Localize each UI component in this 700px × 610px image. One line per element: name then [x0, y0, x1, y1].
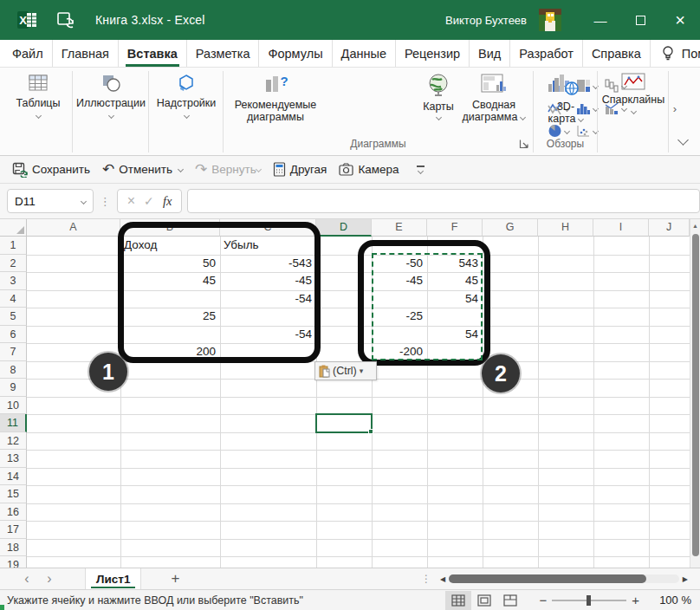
minimize-button[interactable]: — [580, 0, 620, 40]
cancel-icon[interactable]: × [127, 193, 135, 209]
addins-button[interactable]: Надстройки [152, 73, 220, 118]
scroll-right-icon[interactable]: ▶ [683, 575, 688, 583]
redo-button[interactable]: ↷ Вернуть [195, 160, 261, 178]
column-header-A[interactable]: A [27, 219, 120, 237]
name-box[interactable]: D11 [7, 189, 94, 213]
normal-view-button[interactable] [445, 591, 471, 610]
row-header-19[interactable]: 19 [0, 556, 27, 568]
selected-cell-D11[interactable] [315, 413, 373, 433]
menu-tab-Данные[interactable]: Данные [333, 40, 396, 67]
column-header-I[interactable]: I [593, 219, 649, 237]
page-break-view-button[interactable] [497, 591, 523, 610]
vertical-scroll-thumb[interactable] [692, 234, 699, 556]
paste-dropdown-icon: ▾ [360, 367, 364, 375]
zoom-slider-handle[interactable] [587, 595, 591, 606]
column-header-F[interactable]: F [427, 219, 483, 237]
autosave-sync-icon[interactable] [54, 9, 76, 31]
tables-button[interactable]: Таблицы [9, 73, 68, 118]
row-header-17[interactable]: 17 [0, 521, 27, 539]
row-header-16[interactable]: 16 [0, 503, 27, 522]
scroll-up-icon[interactable]: ▲ [690, 219, 700, 229]
sheetbar-splitter[interactable]: ⋮ [421, 573, 431, 585]
row-header-9[interactable]: 9 [0, 379, 27, 397]
user-name[interactable]: Виктор Бухтеев [445, 14, 527, 27]
row-header-7[interactable]: 7 [0, 343, 27, 361]
horizontal-scroll-track[interactable] [449, 574, 679, 583]
lightbulb-icon [661, 45, 675, 62]
tell-me-help[interactable]: Помощн [661, 40, 700, 67]
camera-button[interactable]: Камера [339, 163, 399, 176]
row-header-13[interactable]: 13 [0, 450, 27, 468]
zoom-slider[interactable] [552, 600, 626, 601]
next-sheet-button[interactable]: › [38, 571, 61, 587]
column-header-E[interactable]: E [372, 219, 427, 237]
user-avatar[interactable] [539, 9, 561, 31]
column-header-G[interactable]: G [483, 219, 538, 237]
row-header-12[interactable]: 12 [0, 432, 27, 451]
sparklines-expand-button[interactable]: › [669, 102, 681, 115]
insert-function-button[interactable]: fx [163, 194, 172, 209]
row-header-1[interactable]: 1 [0, 237, 27, 255]
charts-dialog-launcher-icon[interactable] [519, 139, 529, 149]
undo-button[interactable]: ↶ Отменить [102, 160, 183, 178]
paste-options-button[interactable]: (Ctrl) ▾ [314, 361, 377, 380]
row-header-15[interactable]: 15 [0, 485, 27, 503]
formula-input[interactable] [187, 189, 700, 213]
gridline [27, 556, 690, 557]
row-header-3[interactable]: 3 [0, 272, 27, 290]
add-sheet-button[interactable]: + [171, 570, 179, 587]
formula-bar-splitter[interactable]: ⋮ [100, 195, 111, 208]
column-header-D[interactable]: D [316, 219, 372, 237]
menu-tab-Разметка[interactable]: Разметка [187, 40, 260, 67]
zoom-out-button[interactable]: − [534, 593, 552, 607]
menu-tab-Вид[interactable]: Вид [470, 40, 510, 67]
row-header-4[interactable]: 4 [0, 290, 27, 308]
menu-tab-Справка[interactable]: Справка [583, 40, 651, 67]
row-header-8[interactable]: 8 [0, 361, 27, 380]
save-button[interactable]: Сохранить [12, 162, 90, 178]
chevron-down-icon[interactable] [178, 166, 184, 172]
enter-icon[interactable]: ✓ [144, 194, 154, 208]
horizontal-scrollbar[interactable]: ◀ ▶ [440, 574, 688, 583]
row-header-11[interactable]: 11 [0, 414, 27, 432]
sheet-tab-list1[interactable]: Лист1 [85, 568, 141, 589]
pivot-chart-button[interactable]: Сводная диаграмма [463, 73, 525, 123]
sparklines-button[interactable]: Спарклайны [600, 73, 666, 114]
menu-tab-Формулы[interactable]: Формулы [259, 40, 332, 67]
prev-sheet-button[interactable]: ‹ [16, 571, 38, 587]
column-header-J[interactable]: J [649, 219, 690, 237]
row-header-14[interactable]: 14 [0, 468, 27, 486]
scroll-left-icon[interactable]: ◀ [440, 575, 445, 583]
page-layout-view-button[interactable] [471, 591, 497, 610]
menu-tab-Вставка[interactable]: Вставка [119, 40, 187, 67]
maps-button[interactable]: Карты [414, 73, 463, 120]
vertical-scrollbar[interactable]: ▲ [690, 219, 700, 568]
fill-handle[interactable] [368, 429, 373, 434]
qat-more-commands-button[interactable] [417, 165, 425, 173]
select-all-corner[interactable] [0, 219, 27, 237]
other-button[interactable]: Другая [273, 162, 327, 177]
row-header-2[interactable]: 2 [0, 255, 27, 273]
illustrations-button[interactable]: Иллюстрации [76, 73, 146, 118]
row-header-18[interactable]: 18 [0, 539, 27, 557]
zoom-in-button[interactable]: + [626, 593, 645, 607]
menu-tab-Файл[interactable]: Файл [3, 40, 53, 67]
map3d-button[interactable]: 3D- карта [540, 73, 592, 125]
collapse-ribbon-button[interactable] [672, 131, 693, 148]
maximize-button[interactable] [620, 0, 660, 40]
close-button[interactable]: × [660, 0, 700, 40]
excel-app-icon[interactable]: X [16, 9, 38, 31]
row-header-10[interactable]: 10 [0, 397, 27, 415]
gridline [27, 539, 690, 540]
spreadsheet-grid[interactable]: ABCDEFGHIJ12345678910111213141516171819Д… [0, 219, 690, 568]
row-header-5[interactable]: 5 [0, 308, 27, 326]
recommended-charts-button[interactable]: ? Рекомендуемые диаграммы [227, 73, 324, 123]
zoom-percentage[interactable]: 100 % [653, 594, 691, 607]
horizontal-scroll-thumb[interactable] [449, 574, 646, 583]
column-header-H[interactable]: H [538, 219, 593, 237]
row-header-6[interactable]: 6 [0, 326, 27, 344]
menu-tab-Рецензир[interactable]: Рецензир [396, 40, 470, 67]
ribbon-group-illustrations: Иллюстрации [73, 71, 149, 152]
menu-tab-Главная[interactable]: Главная [53, 40, 119, 67]
menu-tab-Разработ[interactable]: Разработ [510, 40, 583, 67]
